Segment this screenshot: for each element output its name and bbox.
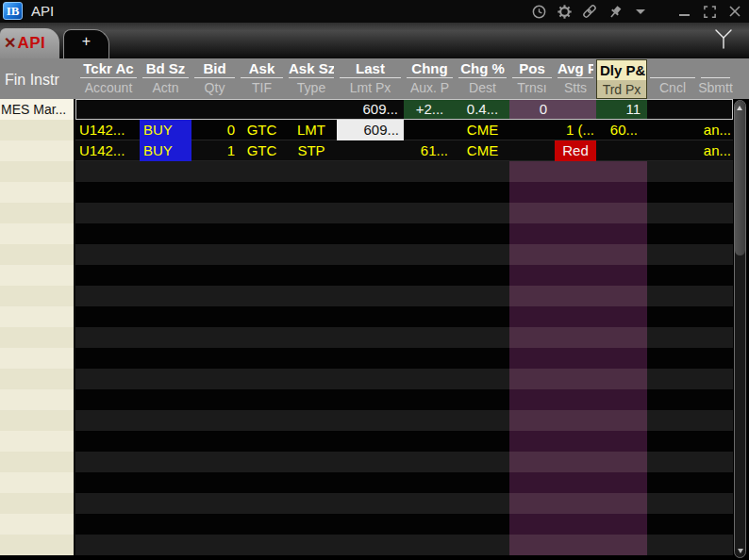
table-row-empty[interactable]	[75, 493, 733, 514]
column-header-actn[interactable]: Bd SzActn	[140, 58, 191, 99]
column-top-label	[650, 58, 695, 78]
instrument-cell-empty[interactable]	[0, 244, 75, 265]
column-header-dest[interactable]: Chg %Dest	[456, 58, 509, 99]
column-header-lmtpx[interactable]: LastLmt Px	[337, 58, 404, 99]
tif-cell[interactable]: GTC	[238, 120, 286, 140]
funnel-filter-icon[interactable]	[713, 27, 734, 52]
table-row-empty[interactable]	[75, 410, 733, 431]
table-row-empty[interactable]	[75, 223, 733, 244]
tab-close-icon[interactable]: ✕	[4, 36, 16, 51]
tab-api[interactable]: ✕ API	[0, 28, 59, 58]
change-pct-cell: 0.4...	[456, 99, 509, 120]
table-row-empty[interactable]	[75, 514, 733, 535]
limit-price-field[interactable]: 609...	[337, 120, 404, 140]
instrument-cell-empty[interactable]	[0, 493, 75, 514]
instrument-cell-empty[interactable]	[0, 161, 75, 182]
table-row-empty[interactable]	[75, 535, 733, 555]
column-bottom-label: Actn	[140, 78, 191, 97]
pin-icon[interactable]	[607, 3, 624, 20]
change-cell: +2...	[404, 99, 456, 120]
table-row-empty[interactable]	[75, 203, 733, 223]
order-type-cell[interactable]: LMT	[286, 120, 337, 140]
table-row-empty[interactable]	[75, 244, 733, 265]
instrument-cell-empty[interactable]	[0, 306, 75, 327]
column-header-sbmtt[interactable]: Sbmtt	[698, 58, 733, 99]
instrument-cell-empty[interactable]	[0, 348, 75, 369]
column-header-trdpx[interactable]: Dly P&Trd Px	[596, 59, 647, 99]
destination-cell[interactable]: CME	[456, 120, 509, 140]
table-row-market-data[interactable]: 609... +2... 0.4... 0 11	[75, 99, 733, 120]
instrument-cell-empty[interactable]	[0, 286, 75, 306]
table-row-empty[interactable]	[75, 452, 733, 472]
table-row-empty[interactable]	[75, 286, 733, 306]
column-top-label: Tckr Ac	[80, 58, 137, 78]
table-row-empty[interactable]	[75, 348, 733, 369]
selected-column-band	[509, 182, 647, 203]
action-cell[interactable]: BUY	[140, 120, 191, 140]
selected-column-band	[509, 244, 647, 265]
instrument-cell-empty[interactable]	[0, 265, 75, 286]
column-top-label: Pos	[512, 58, 552, 78]
column-header-account[interactable]: Tckr AcAccount	[77, 58, 140, 99]
instrument-cell-empty[interactable]	[0, 223, 75, 244]
maximize-icon[interactable]	[701, 3, 718, 20]
instrument-cell[interactable]: MES Mar...	[0, 99, 75, 120]
table-row-order-stp[interactable]: U142... BUY 1 GTC STP 61... CME Red an..…	[75, 140, 733, 161]
tif-cell[interactable]: GTC	[238, 140, 286, 161]
column-header-type[interactable]: Ask SzType	[286, 58, 337, 99]
column-headers: Tckr AcAccountBd SzActnBidQtyAskTIFAsk S…	[75, 58, 749, 99]
aux-price-cell[interactable]: 61...	[404, 140, 456, 161]
quantity-cell[interactable]: 0	[191, 120, 238, 140]
table-row-empty[interactable]	[75, 369, 733, 389]
selected-column-band	[509, 306, 647, 327]
table-row-order-lmt[interactable]: U142... BUY 0 GTC LMT 609... CME 1 (... …	[75, 120, 733, 140]
scrollbar-thumb[interactable]	[735, 101, 745, 255]
caret-down-icon[interactable]	[632, 3, 649, 20]
instrument-cell-empty[interactable]	[0, 389, 75, 410]
table-row-empty[interactable]	[75, 182, 733, 203]
table-row-empty[interactable]	[75, 472, 733, 493]
column-header-stts[interactable]: Avg PStts	[555, 58, 596, 99]
settings-gear-icon[interactable]	[556, 3, 573, 20]
instrument-cell-empty[interactable]	[0, 472, 75, 493]
history-icon[interactable]	[530, 3, 547, 20]
scroll-down-icon[interactable]	[738, 549, 743, 553]
minimize-icon[interactable]	[675, 3, 692, 20]
new-tab-button[interactable]: +	[63, 29, 109, 58]
table-row-empty[interactable]	[75, 389, 733, 410]
quantity-cell[interactable]: 1	[191, 140, 238, 161]
instrument-cell-empty[interactable]	[0, 410, 75, 431]
order-type-cell[interactable]: STP	[286, 140, 337, 161]
instrument-cell-empty[interactable]	[0, 535, 75, 555]
table-row-empty[interactable]	[75, 265, 733, 286]
action-cell[interactable]: BUY	[140, 140, 191, 161]
scroll-up-icon[interactable]	[737, 106, 742, 110]
instrument-cell-empty[interactable]	[0, 431, 75, 452]
table-row-empty[interactable]	[75, 306, 733, 327]
column-header-qty[interactable]: BidQty	[191, 58, 238, 99]
instrument-cell-empty[interactable]	[0, 120, 75, 140]
link-icon[interactable]	[581, 3, 598, 20]
instrument-cell-empty[interactable]	[0, 203, 75, 223]
instrument-cell-empty[interactable]	[0, 514, 75, 535]
table-row-empty[interactable]	[75, 327, 733, 348]
submit-cell[interactable]: an...	[698, 140, 733, 161]
submit-cell[interactable]: an...	[698, 120, 733, 140]
instrument-cell-empty[interactable]	[0, 182, 75, 203]
fin-instr-column-header[interactable]: Fin Instr	[5, 72, 59, 89]
instrument-cell-empty[interactable]	[0, 452, 75, 472]
close-icon[interactable]	[726, 3, 743, 20]
vertical-scrollbar[interactable]	[734, 100, 746, 558]
destination-cell[interactable]: CME	[456, 140, 509, 161]
column-header-tif[interactable]: AskTIF	[238, 58, 286, 99]
selected-column-band	[509, 514, 647, 535]
instrument-cell-empty[interactable]	[0, 369, 75, 389]
table-header: Fin Instr Tckr AcAccountBd SzActnBidQtyA…	[0, 58, 749, 99]
instrument-cell-empty[interactable]	[0, 327, 75, 348]
table-row-empty[interactable]	[75, 161, 733, 182]
column-header-auxp[interactable]: ChngAux. P	[404, 58, 456, 99]
table-row-empty[interactable]	[75, 431, 733, 452]
column-header-cncl[interactable]: Cncl	[647, 58, 698, 99]
column-header-trnsi[interactable]: PosTrnsı	[509, 58, 555, 99]
instrument-cell-empty[interactable]	[0, 140, 75, 161]
